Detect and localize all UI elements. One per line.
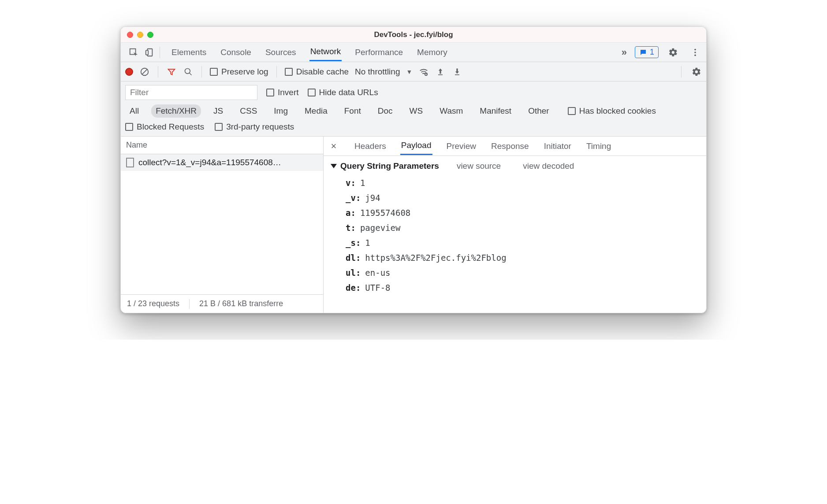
- type-chip-doc[interactable]: Doc: [373, 104, 397, 118]
- type-chip-other[interactable]: Other: [524, 104, 554, 118]
- detail-tab-headers[interactable]: Headers: [354, 141, 387, 155]
- clear-icon[interactable]: [139, 67, 150, 77]
- param-value: pageview: [360, 223, 401, 233]
- param-value: en-us: [365, 268, 390, 278]
- query-param: _v:j94: [331, 190, 699, 205]
- detail-tab-initiator[interactable]: Initiator: [543, 141, 572, 155]
- upload-har-icon[interactable]: [435, 67, 446, 77]
- param-key: dl:: [346, 253, 361, 263]
- name-column-header[interactable]: Name: [121, 137, 323, 154]
- detail-tab-payload[interactable]: Payload: [400, 141, 432, 155]
- filter-input[interactable]: [125, 85, 257, 100]
- tab-memory[interactable]: Memory: [416, 48, 448, 61]
- query-param: v:1: [331, 175, 699, 190]
- request-list-pane: Name collect?v=1&_v=j94&a=1195574608… 1 …: [121, 137, 324, 313]
- query-param: de:UTF-8: [331, 280, 699, 295]
- throttling-select[interactable]: No throttling ▼: [355, 67, 412, 77]
- svg-point-3: [694, 48, 696, 50]
- blocked-requests-checkbox[interactable]: Blocked Requests: [125, 122, 204, 132]
- type-chip-manifest[interactable]: Manifest: [475, 104, 516, 118]
- type-chip-img[interactable]: Img: [269, 104, 292, 118]
- separator: [276, 66, 277, 78]
- tabs-overflow-icon[interactable]: »: [622, 47, 627, 58]
- request-type-filters: AllFetch/XHRJSCSSImgMediaFontDocWSWasmMa…: [121, 100, 706, 118]
- preserve-log-checkbox[interactable]: Preserve log: [210, 67, 268, 77]
- window-close-button[interactable]: [127, 32, 133, 38]
- param-key: ul:: [346, 268, 361, 278]
- detail-tab-timing[interactable]: Timing: [585, 141, 612, 155]
- transferred-size: 21 B / 681 kB transferre: [199, 299, 283, 308]
- window-minimize-button[interactable]: [137, 32, 143, 38]
- window-title: DevTools - jec.fyi/blog: [374, 30, 453, 39]
- type-chip-font[interactable]: Font: [340, 104, 365, 118]
- titlebar: DevTools - jec.fyi/blog: [121, 27, 706, 43]
- param-value: j94: [365, 193, 380, 203]
- query-param: a:1195574608: [331, 205, 699, 220]
- separator: [189, 299, 190, 309]
- main-tabs-row: ElementsConsoleSourcesNetworkPerformance…: [121, 43, 706, 62]
- tab-performance[interactable]: Performance: [354, 48, 404, 61]
- kebab-menu-icon[interactable]: [688, 45, 703, 60]
- request-name: collect?v=1&_v=j94&a=1195574608…: [138, 158, 281, 167]
- tab-elements[interactable]: Elements: [171, 48, 207, 61]
- hide-data-urls-checkbox[interactable]: Hide data URLs: [308, 88, 378, 97]
- devtools-window: DevTools - jec.fyi/blog ElementsConsoleS…: [120, 26, 707, 313]
- request-row[interactable]: collect?v=1&_v=j94&a=1195574608…: [121, 154, 323, 171]
- section-toggle[interactable]: Query String Parameters: [331, 161, 439, 171]
- detail-tab-response[interactable]: Response: [490, 141, 530, 155]
- disable-cache-checkbox[interactable]: Disable cache: [285, 67, 349, 77]
- filter-funnel-icon[interactable]: [166, 67, 177, 77]
- errors-count: 1: [650, 48, 654, 57]
- param-value: 1195574608: [360, 208, 410, 218]
- svg-rect-2: [146, 50, 149, 55]
- query-param: ul:en-us: [331, 265, 699, 280]
- window-zoom-button[interactable]: [147, 32, 153, 38]
- request-detail-pane: × HeadersPayloadPreviewResponseInitiator…: [324, 137, 706, 313]
- type-chip-ws[interactable]: WS: [405, 104, 428, 118]
- param-key: t:: [346, 223, 356, 233]
- payload-body[interactable]: Query String Parameters view source view…: [324, 156, 706, 313]
- close-detail-icon[interactable]: ×: [327, 141, 340, 152]
- network-toolbar: Preserve log Disable cache No throttling…: [121, 62, 706, 82]
- record-button[interactable]: [125, 68, 133, 76]
- invert-checkbox[interactable]: Invert: [266, 88, 299, 97]
- view-decoded-link[interactable]: view decoded: [523, 161, 574, 171]
- type-chip-wasm[interactable]: Wasm: [435, 104, 467, 118]
- caret-down-icon: ▼: [406, 68, 412, 75]
- view-source-link[interactable]: view source: [457, 161, 501, 171]
- has-blocked-cookies-checkbox[interactable]: Has blocked cookies: [568, 106, 656, 116]
- svg-point-5: [694, 54, 696, 56]
- payload-section-header: Query String Parameters view source view…: [331, 161, 699, 171]
- settings-gear-icon[interactable]: [666, 45, 681, 60]
- type-chip-js[interactable]: JS: [209, 104, 227, 118]
- search-icon[interactable]: [183, 67, 194, 77]
- param-key: de:: [346, 283, 361, 293]
- svg-point-8: [185, 68, 190, 74]
- console-errors-badge[interactable]: 1: [635, 46, 659, 58]
- device-toolbar-icon[interactable]: [142, 45, 157, 60]
- param-value: 1: [365, 238, 370, 248]
- detail-tab-preview[interactable]: Preview: [446, 141, 477, 155]
- tab-network[interactable]: Network: [309, 47, 342, 61]
- type-chip-css[interactable]: CSS: [235, 104, 261, 118]
- separator: [160, 47, 160, 58]
- query-param: t:pageview: [331, 220, 699, 235]
- network-conditions-icon[interactable]: [418, 67, 429, 77]
- body-split: Name collect?v=1&_v=j94&a=1195574608… 1 …: [121, 137, 706, 313]
- svg-rect-12: [455, 74, 459, 75]
- separator: [201, 66, 202, 78]
- download-har-icon[interactable]: [452, 67, 462, 77]
- tab-sources[interactable]: Sources: [264, 48, 297, 61]
- network-settings-gear-icon[interactable]: [691, 67, 702, 77]
- third-party-checkbox[interactable]: 3rd-party requests: [215, 122, 294, 132]
- param-key: _v:: [346, 193, 361, 203]
- svg-point-4: [694, 52, 696, 53]
- query-params-list: v:1_v:j94a:1195574608t:pageview_s:1dl:ht…: [331, 175, 699, 295]
- type-chip-media[interactable]: Media: [300, 104, 332, 118]
- tab-console[interactable]: Console: [220, 48, 252, 61]
- type-chip-all[interactable]: All: [125, 104, 143, 118]
- type-chip-fetchxhr[interactable]: Fetch/XHR: [151, 104, 201, 118]
- inspect-element-icon[interactable]: [126, 45, 141, 60]
- separator: [158, 66, 158, 78]
- svg-rect-11: [438, 74, 443, 75]
